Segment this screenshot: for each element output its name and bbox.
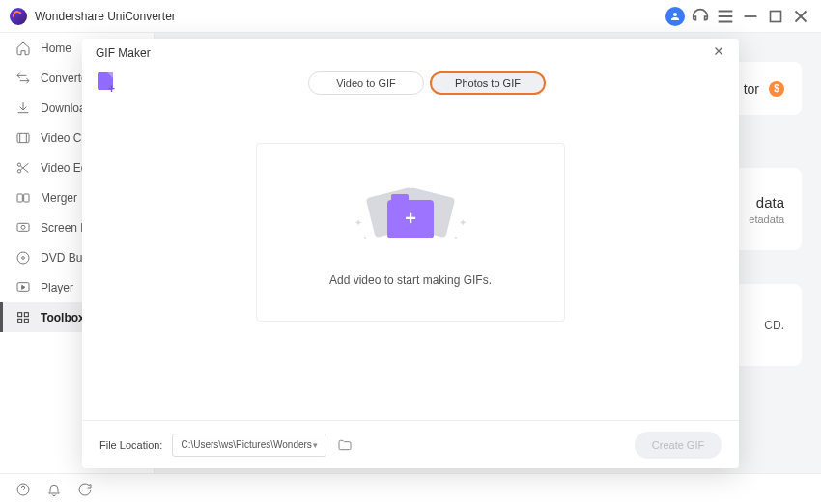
svg-point-7 xyxy=(21,225,25,229)
add-file-button[interactable]: + xyxy=(96,72,117,94)
user-icon xyxy=(665,7,685,26)
tab-video-to-gif[interactable]: Video to GIF xyxy=(308,71,424,95)
modal-title: GIF Maker xyxy=(96,46,151,60)
app-logo-icon xyxy=(10,8,27,25)
gif-maker-modal: GIF Maker + Video to GIF Photos to GIF +… xyxy=(82,39,739,468)
modal-body: + ✦ ✦ ✦ ✦ Add video to start making GIFs… xyxy=(82,104,739,420)
feedback-icon[interactable] xyxy=(77,482,93,497)
file-location-label: File Location: xyxy=(99,439,162,451)
svg-point-3 xyxy=(17,169,20,172)
download-icon xyxy=(15,100,31,116)
file-location-dropdown[interactable]: C:\Users\ws\Pictures\Wonders ▾ xyxy=(172,434,326,457)
toolbox-icon xyxy=(15,310,31,325)
menu-button[interactable] xyxy=(715,6,736,27)
svg-rect-13 xyxy=(18,319,22,322)
modal-close-button[interactable] xyxy=(712,44,725,62)
drop-text: Add video to start making GIFs. xyxy=(329,273,492,287)
headphones-button[interactable] xyxy=(690,6,711,27)
player-icon xyxy=(15,280,31,295)
close-icon xyxy=(712,44,725,58)
svg-rect-0 xyxy=(771,11,781,21)
tabset: Video to GIF Photos to GIF xyxy=(308,71,546,95)
svg-rect-4 xyxy=(17,194,22,202)
plus-icon: + xyxy=(108,85,118,95)
close-button[interactable] xyxy=(790,6,811,27)
chevron-down-icon: ▾ xyxy=(313,440,318,450)
svg-rect-1 xyxy=(17,133,29,142)
scissors-icon xyxy=(15,160,31,176)
file-location-path: C:\Users\ws\Pictures\Wonders xyxy=(181,439,311,450)
sidebar-item-label: Merger xyxy=(41,191,77,205)
folder-icon xyxy=(337,437,353,453)
compressor-icon xyxy=(15,130,31,146)
bell-icon[interactable] xyxy=(46,482,62,497)
merger-icon xyxy=(15,190,31,206)
svg-point-9 xyxy=(22,256,25,259)
modal-footer: File Location: C:\Users\ws\Pictures\Wond… xyxy=(82,420,739,468)
tab-photos-to-gif[interactable]: Photos to GIF xyxy=(430,71,546,95)
converter-icon xyxy=(15,70,31,86)
disc-icon xyxy=(15,250,31,266)
svg-rect-12 xyxy=(24,312,28,316)
svg-point-8 xyxy=(17,252,29,264)
home-icon xyxy=(15,41,31,56)
user-account-button[interactable] xyxy=(665,6,686,27)
svg-rect-14 xyxy=(24,319,28,322)
bottombar xyxy=(0,473,821,504)
recorder-icon xyxy=(15,220,31,236)
minimize-button[interactable] xyxy=(740,6,761,27)
sidebar-item-label: Player xyxy=(41,281,73,294)
sidebar-item-label: Home xyxy=(41,42,71,55)
drop-illustration: + ✦ ✦ ✦ ✦ xyxy=(353,179,468,256)
titlebar: Wondershare UniConverter xyxy=(0,0,821,33)
svg-rect-11 xyxy=(18,312,22,316)
sidebar-item-label: Toolbox xyxy=(41,311,85,324)
modal-toolbar: + Video to GIF Photos to GIF xyxy=(82,68,739,104)
svg-point-2 xyxy=(17,163,20,166)
folder-plus-icon: + xyxy=(387,200,434,238)
maximize-button[interactable] xyxy=(765,6,786,27)
dollar-badge-icon: $ xyxy=(769,81,784,97)
open-folder-button[interactable] xyxy=(336,436,354,454)
app-title: Wondershare UniConverter xyxy=(35,10,176,23)
create-gif-button[interactable]: Create GIF xyxy=(635,432,722,459)
svg-rect-6 xyxy=(17,223,29,231)
svg-rect-5 xyxy=(24,194,29,202)
drop-zone[interactable]: + ✦ ✦ ✦ ✦ Add video to start making GIFs… xyxy=(256,143,565,322)
modal-header: GIF Maker xyxy=(82,39,739,68)
help-icon[interactable] xyxy=(15,482,31,497)
